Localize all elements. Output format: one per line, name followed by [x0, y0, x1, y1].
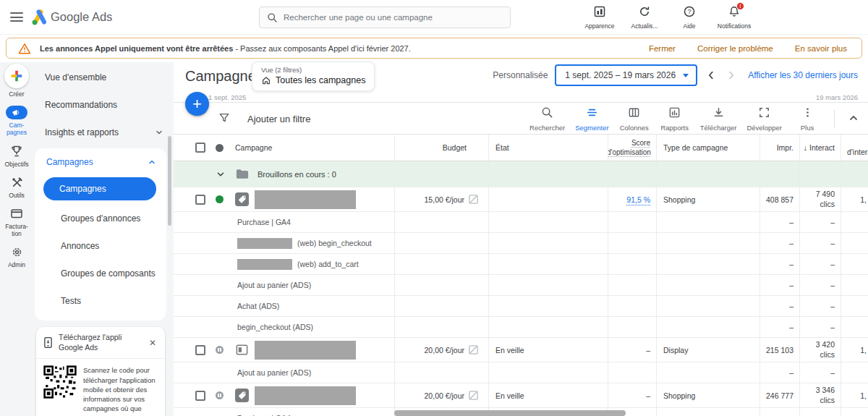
optimization-score-value[interactable]: 91,5 % — [626, 195, 650, 204]
dismiss-banner-button[interactable]: Fermer — [649, 44, 676, 53]
view-filter-chip[interactable]: Vue (2 filtres) Toutes les campagnes — [252, 61, 375, 91]
optimization-score-value: – — [646, 391, 650, 400]
toolbar-segment-button[interactable]: Segmenter — [570, 106, 613, 132]
sidebar-item-asset-groups[interactable]: Groupes de composants — [35, 260, 166, 287]
sidebar-item-experiments[interactable]: Tests — [35, 287, 166, 315]
conversion-label: Achat (ADS) — [237, 302, 279, 310]
refresh-button[interactable]: Actualis... — [625, 5, 664, 30]
table-horizontal-scrollbar[interactable] — [394, 410, 626, 416]
edit-budget-icon[interactable] — [468, 344, 479, 355]
score-cell: – — [608, 338, 656, 362]
column-header-state[interactable]: État — [495, 143, 509, 152]
prev-period-button[interactable] — [705, 69, 718, 82]
campaign-status-paused-icon[interactable] — [216, 391, 224, 399]
conversion-subrow: Ajout au panier (ADS)–– — [174, 275, 868, 296]
column-header-interaction-rate[interactable]: d'intera — [847, 148, 868, 156]
conversion-label: begin_checkout (ADS) — [237, 323, 313, 331]
status-column-header-icon[interactable] — [216, 144, 224, 152]
redacted-campaign-name[interactable] — [255, 386, 356, 405]
date-range-selector[interactable]: 1 sept. 2025 – 19 mars 2026 — [555, 64, 697, 86]
caret-down-icon — [683, 74, 689, 77]
home-icon — [261, 75, 271, 85]
edit-budget-icon[interactable] — [468, 390, 479, 401]
add-campaign-button[interactable]: + — [185, 92, 209, 116]
promo-text: Scannez le code pour télécharger l'appli… — [83, 365, 158, 416]
interactions-cell: – — [799, 362, 841, 383]
create-plus-icon — [4, 64, 29, 88]
column-header-interactions[interactable]: ↓ Interact — [804, 143, 835, 152]
sidebar-item-ad-groups[interactable]: Groupes d'annonces — [35, 205, 166, 232]
conversion-subrow: begin_checkout (ADS)–– — [174, 317, 868, 338]
campaign-status-paused-icon[interactable] — [216, 346, 224, 354]
appearance-button[interactable]: Apparence — [580, 5, 619, 30]
next-period-button[interactable] — [725, 69, 738, 82]
chevron-down-icon[interactable] — [216, 169, 226, 179]
learn-more-button[interactable]: En savoir plus — [795, 44, 847, 53]
notification-badge: ! — [736, 2, 744, 10]
rail-item-campaigns[interactable]: Cam- pagnes — [1, 106, 32, 136]
column-header-impressions[interactable]: Impr. — [777, 143, 793, 152]
toolbar-reports-button[interactable]: Rapports — [655, 106, 695, 132]
column-header-budget[interactable]: Budget — [443, 143, 467, 152]
score-cell: 91,5 % — [608, 187, 656, 211]
row-checkbox[interactable] — [195, 345, 205, 355]
notifications-button[interactable]: ! Notifications — [715, 5, 754, 30]
svg-text:?: ? — [687, 8, 691, 15]
toolbar-more-button[interactable]: Plus — [787, 106, 827, 132]
campaign-row: 20,00 €/jourEn veille–Shopping246 7773 3… — [174, 383, 868, 408]
interaction-rate-cell: 1, — [841, 338, 868, 362]
sidebar-item-ads[interactable]: Annonces — [35, 232, 166, 260]
conversion-subrow: (web) add_to_cart–– — [174, 254, 868, 275]
toolbar-divider — [834, 110, 835, 127]
toolbar-download-button[interactable]: Télécharger — [695, 106, 742, 132]
expand-icon — [758, 106, 770, 122]
toolbar-search-button[interactable]: Rechercher — [524, 106, 570, 132]
collapse-table-button[interactable] — [848, 112, 859, 124]
global-search-input[interactable] — [284, 13, 503, 22]
redacted-campaign-name[interactable] — [255, 341, 356, 360]
sidebar-item-insights[interactable]: Insights et rapports — [33, 119, 174, 146]
budget-cell: 15,00 €/jour — [394, 187, 488, 211]
campaign-status-enabled-icon[interactable] — [216, 195, 224, 203]
redacted-campaign-name[interactable] — [255, 190, 356, 209]
toolbar-expand-button[interactable]: Développer — [741, 106, 787, 132]
sidebar-item-overview[interactable]: Vue d'ensemble — [33, 64, 174, 91]
drafts-row[interactable]: Brouillons en cours : 0 — [174, 161, 868, 187]
toolbar-actions: Rechercher Segmenter Colonnes Rapports T… — [524, 106, 827, 132]
fix-issue-button[interactable]: Corriger le problème — [697, 44, 773, 53]
rail-item-goals[interactable]: Objectifs — [1, 145, 32, 168]
column-header-score[interactable]: Score d'optimisation — [608, 138, 650, 157]
impressions-cell: – — [760, 408, 799, 416]
impressions-cell: 246 777 — [760, 383, 799, 407]
impressions-cell: – — [760, 362, 799, 383]
impressions-cell: – — [760, 275, 799, 295]
menu-icon[interactable] — [10, 12, 23, 22]
date-controls: Personnalisée 1 sept. 2025 – 19 mars 202… — [493, 64, 858, 86]
edit-budget-icon[interactable] — [468, 194, 479, 205]
rail-item-billing[interactable]: Factura- tion — [1, 207, 32, 237]
view-filter-count: Vue (2 filtres) — [261, 66, 365, 74]
conversion-subrow: (web) begin_checkout–– — [174, 233, 868, 254]
show-last-30-days-link[interactable]: Afficher les 30 derniers jours — [748, 70, 858, 80]
conversion-label: (web) begin_checkout — [297, 239, 372, 247]
select-all-checkbox[interactable] — [195, 143, 205, 153]
sidebar-scrollbar[interactable] — [168, 136, 171, 226]
row-checkbox[interactable] — [195, 195, 205, 205]
help-button[interactable]: ? Aide — [670, 5, 709, 30]
close-icon[interactable]: ✕ — [148, 338, 158, 348]
sidebar-item-campaigns-active[interactable]: Campagnes — [43, 177, 156, 200]
interactions-cell: 3 420 clics — [799, 338, 841, 362]
add-filter-button[interactable]: Ajouter un filtre — [247, 114, 310, 124]
sidebar-section-campaigns[interactable]: Campagnes — [35, 148, 166, 176]
warning-icon — [18, 43, 31, 54]
column-header-type[interactable]: Type de campagne — [663, 143, 728, 152]
rail-item-tools[interactable]: Outils — [1, 176, 32, 199]
toolbar-columns-button[interactable]: Colonnes — [614, 106, 655, 132]
row-checkbox[interactable] — [195, 391, 205, 401]
sidebar-item-recommendations[interactable]: Recommandations — [33, 91, 174, 119]
global-search[interactable] — [259, 7, 511, 28]
conversion-label: Ajout au panier (ADS) — [237, 281, 311, 289]
column-header-campaign[interactable]: Campagne — [235, 143, 272, 152]
rail-item-admin[interactable]: Admin — [1, 245, 32, 268]
rail-item-create[interactable]: Créer — [1, 64, 32, 98]
